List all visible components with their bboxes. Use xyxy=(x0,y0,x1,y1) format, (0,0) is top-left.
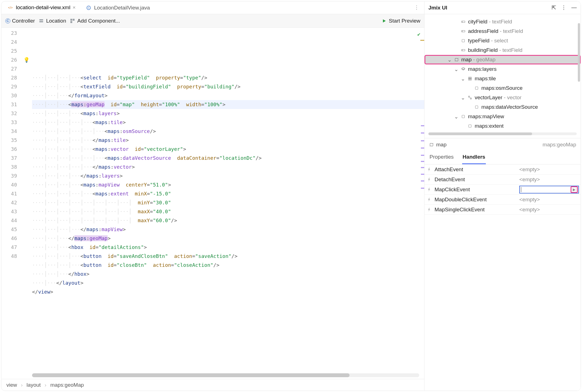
tab-overflow-menu[interactable]: ⋮ xyxy=(411,4,422,11)
jmix-ui-panel: Jmix UI ⇱ ⋮ — cityField - textFieldaddre… xyxy=(425,1,581,391)
tree-node-vectorlayer[interactable]: ⌄vectorLayer - vector xyxy=(425,93,581,102)
java-class-icon: C xyxy=(86,5,92,11)
handler-value[interactable]: <empty> xyxy=(518,166,581,173)
tab-properties[interactable]: Properties xyxy=(429,151,454,164)
start-preview-label: Start Preview xyxy=(389,18,420,24)
handler-value[interactable]: <empty> xyxy=(518,176,581,183)
tree-node-map[interactable]: ⌄map - geoMap xyxy=(425,55,581,64)
inspector-tabs: Properties Handlers xyxy=(425,151,581,164)
intention-bulb-icon[interactable]: 💡 xyxy=(23,55,30,64)
editor-horizontal-scrollbar[interactable] xyxy=(32,373,419,377)
tree-node-addressfield[interactable]: addressField - textField xyxy=(425,26,581,36)
tab-location-xml[interactable]: </> location-detail-view.xml × xyxy=(4,1,79,14)
svg-rect-6 xyxy=(73,19,75,21)
error-stripe[interactable] xyxy=(421,28,424,372)
handler-row-MapDoubleClickEvent[interactable]: MapDoubleClickEvent<empty> xyxy=(425,195,581,205)
chevron-down-icon[interactable]: ⌄ xyxy=(454,113,459,120)
editor-breadcrumbs[interactable]: view›layout›maps:geoMap xyxy=(1,379,424,391)
box-icon xyxy=(467,124,472,129)
tree-horizontal-scrollbar[interactable] xyxy=(428,132,577,135)
handler-row-MapClickEvent[interactable]: MapClickEvent▸ xyxy=(425,185,581,195)
tree-node-maps-osmsource[interactable]: maps:osmSource xyxy=(425,83,581,93)
no-problems-icon: ✔ xyxy=(417,30,420,39)
tree-vertical-scrollbar[interactable] xyxy=(578,23,580,82)
svg-rect-20 xyxy=(469,96,470,97)
selected-component-type: maps:geoMap xyxy=(543,142,576,148)
tab-label: LocationDetailView.java xyxy=(94,5,150,11)
svg-rect-4 xyxy=(40,21,43,22)
handler-value-input[interactable] xyxy=(519,186,579,193)
tree-node-maps-extent[interactable]: maps:extent xyxy=(425,121,581,131)
svg-rect-25 xyxy=(469,125,471,127)
box-icon xyxy=(461,114,466,119)
lightning-icon xyxy=(425,197,434,202)
code-editor[interactable]: 2324252627282930313233343536373839404142… xyxy=(1,28,424,372)
svg-rect-16 xyxy=(470,77,472,79)
tab-label: location-detail-view.xml xyxy=(16,4,70,11)
tree-node-label: map - geoMap xyxy=(461,57,496,63)
handler-value[interactable]: ▸ xyxy=(518,186,581,193)
tree-node-label: maps:mapView xyxy=(468,113,504,120)
tree-node-typefield[interactable]: typeField - select xyxy=(425,36,581,45)
breadcrumb-item[interactable]: view xyxy=(6,382,17,388)
add-component-icon xyxy=(69,18,76,24)
controller-label: Controller xyxy=(12,18,35,24)
svg-line-22 xyxy=(470,97,471,98)
minimize-icon[interactable]: — xyxy=(571,4,577,11)
chevron-down-icon[interactable]: ⌄ xyxy=(447,57,452,63)
handler-row-DetachEvent[interactable]: DetachEvent<empty> xyxy=(425,175,581,185)
lightning-icon xyxy=(425,207,434,212)
svg-rect-8 xyxy=(462,21,465,22)
tree-node-maps-layers[interactable]: ⌄maps:layers xyxy=(425,64,581,74)
handler-value[interactable]: <empty> xyxy=(518,197,581,203)
svg-rect-10 xyxy=(462,30,465,32)
pop-out-icon[interactable]: ⇱ xyxy=(552,4,556,11)
panel-options-icon[interactable]: ⋮ xyxy=(561,4,566,11)
handler-row-AttachEvent[interactable]: AttachEvent<empty> xyxy=(425,164,581,175)
chevron-down-icon[interactable]: ⌄ xyxy=(461,95,465,101)
tree-node-label: addressField - textField xyxy=(468,28,523,34)
map-icon xyxy=(429,142,434,147)
tree-node-label: maps:dataVectorSource xyxy=(481,104,538,110)
chevron-down-icon[interactable]: ⌄ xyxy=(461,76,465,82)
handler-row-MapSingleClickEvent[interactable]: MapSingleClickEvent<empty> xyxy=(425,205,581,215)
generate-handler-button[interactable]: ▸ xyxy=(571,186,578,193)
tab-location-java[interactable]: C LocationDetailView.java xyxy=(82,1,154,14)
tree-node-label: maps:osmSource xyxy=(481,85,523,91)
chevron-down-icon[interactable]: ⌄ xyxy=(454,66,459,72)
tree-node-label: typeField - select xyxy=(468,38,508,44)
tree-node-maps-tile[interactable]: ⌄maps:tile xyxy=(425,74,581,83)
code-content[interactable]: ✔ ····│···│···│···<select id="typeField"… xyxy=(32,28,424,372)
tree-node-maps-datavectorsource[interactable]: maps:dataVectorSource xyxy=(425,102,581,112)
close-icon[interactable]: × xyxy=(72,4,76,11)
handler-name: MapClickEvent xyxy=(434,187,518,193)
xml-file-icon: </> xyxy=(8,4,14,11)
svg-rect-15 xyxy=(469,77,470,79)
svg-rect-21 xyxy=(470,98,471,99)
location-button[interactable]: Location xyxy=(38,18,66,24)
breadcrumb-item[interactable]: layout xyxy=(26,382,41,388)
field-icon xyxy=(461,19,466,24)
tile-icon xyxy=(467,76,472,81)
tree-node-buildingfield[interactable]: buildingField - textField xyxy=(425,45,581,55)
tree-node-maps-mapview[interactable]: ⌄maps:mapView xyxy=(425,112,581,121)
panel-title: Jmix UI xyxy=(428,5,447,11)
layers-icon xyxy=(461,67,466,72)
breadcrumb-item[interactable]: maps:geoMap xyxy=(50,382,84,388)
line-number-gutter: 2324252627282930313233343536373839404142… xyxy=(1,28,21,372)
svg-text:</>: </> xyxy=(8,6,13,9)
selected-component-crumb: map maps:geoMap xyxy=(425,138,581,151)
box-icon xyxy=(461,38,466,43)
handler-value[interactable]: <empty> xyxy=(518,207,581,213)
start-preview-button[interactable]: Start Preview xyxy=(381,18,420,24)
tree-node-cityfield[interactable]: cityField - textField xyxy=(425,17,581,26)
controller-button[interactable]: C Controller xyxy=(5,18,35,24)
field-icon xyxy=(461,29,466,34)
handler-name: MapSingleClickEvent xyxy=(434,207,518,213)
svg-rect-17 xyxy=(469,79,470,80)
tab-handlers[interactable]: Handlers xyxy=(462,151,486,164)
svg-rect-7 xyxy=(71,21,72,23)
add-component-button[interactable]: Add Component... xyxy=(69,18,120,24)
component-tree[interactable]: cityField - textFieldaddressField - text… xyxy=(425,14,581,132)
handler-name: MapDoubleClickEvent xyxy=(434,197,518,203)
